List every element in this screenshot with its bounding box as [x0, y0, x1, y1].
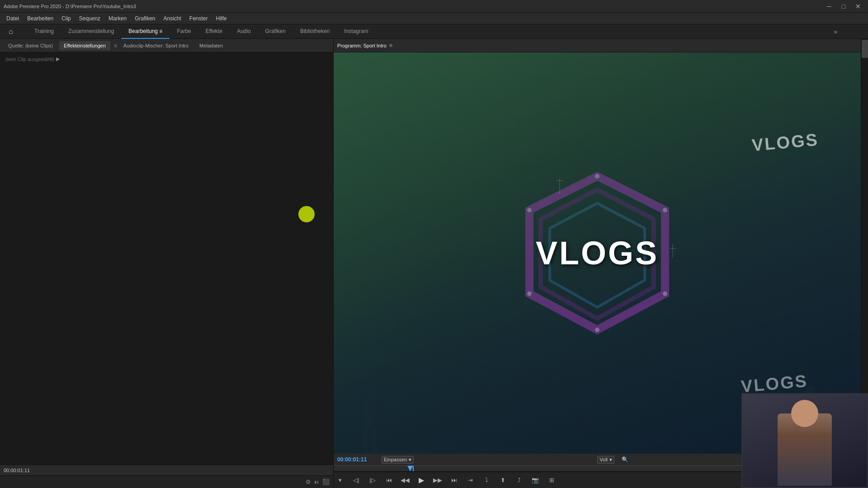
source-timecode-value: 00:00:01:11 — [4, 468, 30, 473]
step-forward-btn[interactable]: |▷ — [366, 474, 379, 487]
webcam-person-figure — [778, 413, 832, 486]
ws-tab-effekte[interactable]: Effekte — [198, 24, 230, 39]
svg-point-13 — [365, 385, 374, 396]
source-monitor-empty — [0, 66, 333, 465]
menu-marken[interactable]: Marken — [105, 14, 130, 23]
no-clip-text: (kein Clip ausgewählt) — [5, 56, 54, 62]
multi-cam-btn[interactable]: ⊞ — [545, 474, 558, 487]
webcam-head — [791, 400, 818, 427]
window-controls: ─ □ ✕ — [823, 0, 864, 13]
add-marker-btn[interactable]: ▾ — [334, 474, 346, 487]
filter-icon[interactable]: ⚙ — [306, 479, 311, 485]
minimize-btn[interactable]: ─ — [823, 0, 835, 13]
program-menu-icon[interactable]: ≡ — [389, 42, 393, 49]
ws-tab-audio[interactable]: Audio — [230, 24, 258, 39]
menu-ansicht[interactable]: Ansicht — [160, 14, 184, 23]
scroll-thumb[interactable] — [862, 40, 868, 58]
menu-datei[interactable]: Datei — [3, 14, 23, 23]
source-monitor-area: (kein Clip ausgewählt) ▶ 00:00:01:11 ⚙ ⏯… — [0, 52, 333, 488]
ws-tab-instagram[interactable]: Instagram — [337, 24, 375, 39]
source-ctrl3-icon[interactable]: ⬛ — [322, 479, 330, 485]
source-controls: ⚙ ⏯ ⬛ — [0, 475, 333, 488]
program-monitor-tabs: Programm: Sport Intro ≡ — [334, 39, 861, 52]
step-prev-btn[interactable]: ◀◀ — [399, 474, 411, 487]
export-frame-btn[interactable]: 📷 — [529, 474, 542, 487]
svg-rect-14 — [365, 396, 374, 427]
no-clip-label: (kein Clip ausgewählt) ▶ — [0, 52, 333, 66]
menu-clip[interactable]: Clip — [58, 14, 75, 23]
step-back-btn[interactable]: ◁| — [350, 474, 363, 487]
go-to-in-btn[interactable]: ⏮ — [382, 474, 395, 487]
go-to-out-btn[interactable]: ⏭ — [448, 474, 460, 487]
fit-label: Einpassen — [384, 457, 407, 462]
zoom-icon[interactable]: 🔍 — [622, 456, 628, 463]
tab-metadaten[interactable]: Metadaten — [195, 41, 227, 50]
silhouette-left — [356, 381, 383, 454]
home-icon[interactable]: ⌂ — [4, 24, 18, 39]
fit-dropdown[interactable]: Einpassen ▾ — [382, 456, 414, 464]
cursor-indicator — [298, 206, 315, 222]
ws-tab-farbe[interactable]: Farbe — [170, 24, 198, 39]
webcam-background — [742, 394, 867, 487]
insert-btn[interactable]: ⇥ — [464, 474, 476, 487]
expand-arrow-icon[interactable]: ▶ — [56, 56, 60, 62]
play-btn[interactable]: ▶ — [415, 474, 428, 487]
menu-grafiken[interactable]: Grafiken — [131, 14, 159, 23]
ws-tab-bibliotheken[interactable]: Bibliotheken — [293, 24, 337, 39]
quality-label: Voll — [599, 457, 608, 462]
svg-rect-16 — [372, 427, 377, 452]
ws-tab-bearbeitung[interactable]: Bearbeitung ≡ — [121, 24, 170, 39]
menu-sequenz[interactable]: Sequenz — [75, 14, 104, 23]
webcam-overlay — [741, 393, 868, 488]
lift-btn[interactable]: ⬆ — [496, 474, 509, 487]
step-next-btn[interactable]: ▶▶ — [431, 474, 444, 487]
ws-tab-grafiken[interactable]: Grafiken — [258, 24, 293, 39]
svg-rect-15 — [363, 427, 368, 452]
quality-dropdown[interactable]: Voll ▾ — [597, 456, 614, 464]
tab-effekteinstellungen[interactable]: Effekteinstellungen — [59, 41, 110, 50]
tab-quelle[interactable]: Quelle: (keine Clips) — [4, 41, 57, 50]
overwrite-btn[interactable]: ⤵ — [480, 474, 493, 487]
menu-hilfe[interactable]: Hilfe — [212, 14, 231, 23]
program-playhead — [413, 466, 414, 471]
source-panel-tabs: Quelle: (keine Clips) Effekteinstellunge… — [0, 39, 333, 52]
workspace-bar: ⌂ Training Zusammenstellung Bearbeitung … — [0, 24, 868, 39]
quality-dropdown-arrow: ▾ — [609, 457, 612, 463]
playhead-marker-diamond — [407, 466, 413, 471]
menu-fenster[interactable]: Fenster — [186, 14, 212, 23]
title-bar: Adobe Premiere Pro 2020 - D:\Premiere Pr… — [0, 0, 868, 13]
fit-dropdown-arrow: ▾ — [409, 457, 411, 463]
ws-tab-training[interactable]: Training — [27, 24, 61, 39]
effects-menu-icon: ≡ — [114, 42, 117, 49]
close-btn[interactable]: ✕ — [852, 0, 864, 13]
maximize-btn[interactable]: □ — [837, 0, 850, 13]
main-layout: Quelle: (keine Clips) Effekteinstellunge… — [0, 39, 868, 488]
vlogs-main-text: VLOGS — [536, 235, 659, 272]
ws-more-icon[interactable]: » — [830, 26, 841, 37]
source-timecode-bar: 00:00:01:11 — [0, 465, 333, 475]
tab-audioclip-mischer[interactable]: Audioclip-Mischer: Sport Intro — [119, 41, 193, 50]
source-ctrl2-icon[interactable]: ⏯ — [314, 479, 320, 485]
app-title: Adobe Premiere Pro 2020 - D:\Premiere Pr… — [4, 4, 136, 9]
program-current-timecode: 00:00:01:11 — [337, 456, 378, 463]
program-title-text: Programm: Sport Intro — [337, 43, 387, 48]
extract-btn[interactable]: ⤴ — [513, 474, 525, 487]
menu-bearbeiten[interactable]: Bearbeiten — [24, 14, 57, 23]
program-monitor-title: Programm: Sport Intro ≡ — [337, 42, 392, 49]
left-panel: Quelle: (keine Clips) Effekteinstellunge… — [0, 39, 334, 488]
menu-bar: Datei Bearbeiten Clip Sequenz Marken Gra… — [0, 13, 868, 24]
ws-tab-zusammenstellung[interactable]: Zusammenstellung — [61, 24, 121, 39]
